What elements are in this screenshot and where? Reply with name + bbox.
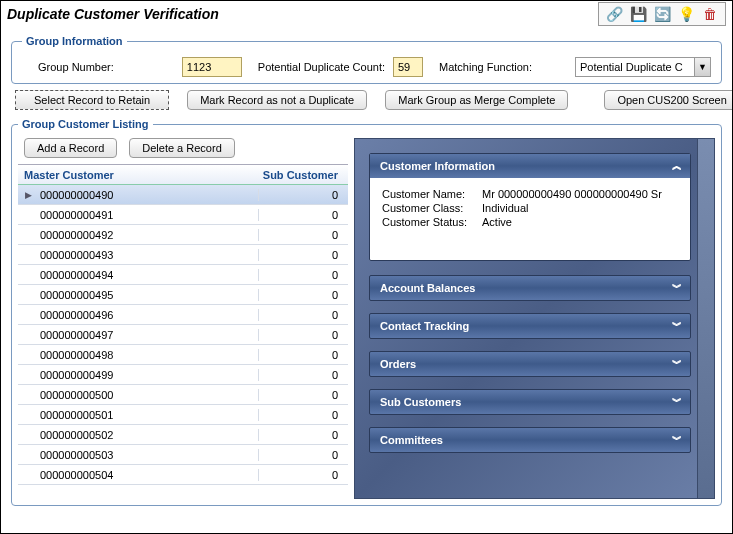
mark-merge-complete-button[interactable]: Mark Group as Merge Complete	[385, 90, 568, 110]
table-row[interactable]: 0000000005040	[18, 465, 348, 485]
row-indicator-icon: ▶	[18, 190, 38, 200]
customer-information-panel: Customer Information ︽ Customer Name: Mr…	[369, 153, 691, 261]
customer-info-header[interactable]: Customer Information ︽	[370, 154, 690, 178]
save-icon[interactable]: 💾	[629, 5, 647, 23]
master-customer-cell: 000000000503	[38, 449, 258, 461]
mark-not-duplicate-button[interactable]: Mark Record as not a Duplicate	[187, 90, 367, 110]
table-row[interactable]: ▶0000000004900	[18, 185, 348, 205]
refresh-icon[interactable]: 🔄	[653, 5, 671, 23]
sub-customer-cell: 0	[258, 249, 348, 261]
sub-customer-cell: 0	[258, 289, 348, 301]
col-master-header[interactable]: Master Customer	[18, 169, 258, 181]
table-row[interactable]: 0000000005030	[18, 445, 348, 465]
col-sub-header[interactable]: Sub Customer	[258, 169, 348, 181]
sub-customer-cell: 0	[258, 349, 348, 361]
delete-record-button[interactable]: Delete a Record	[129, 138, 235, 158]
master-customer-cell: 000000000502	[38, 429, 258, 441]
chevron-up-icon: ︽	[672, 159, 680, 173]
committees-panel[interactable]: Committees ︾	[369, 427, 691, 453]
add-record-button[interactable]: Add a Record	[24, 138, 117, 158]
group-number-input[interactable]	[182, 57, 242, 77]
account-balances-panel[interactable]: Account Balances ︾	[369, 275, 691, 301]
master-customer-cell: 000000000500	[38, 389, 258, 401]
grid-rows: ▶000000000490000000000049100000000004920…	[18, 185, 348, 499]
sub-customer-cell: 0	[258, 269, 348, 281]
toolbar: 🔗 💾 🔄 💡 🗑	[598, 2, 726, 26]
customer-grid: Master Customer Sub Customer ▶0000000004…	[18, 164, 348, 499]
table-row[interactable]: 0000000004930	[18, 245, 348, 265]
table-row[interactable]: 0000000004920	[18, 225, 348, 245]
chevron-down-icon: ︾	[672, 319, 680, 333]
chevron-down-icon: ︾	[672, 281, 680, 295]
select-record-retain-button[interactable]: Select Record to Retain	[15, 90, 169, 110]
chevron-down-icon: ︾	[672, 357, 680, 371]
sub-customer-cell: 0	[258, 389, 348, 401]
customer-info-title: Customer Information	[380, 160, 495, 172]
sub-customer-cell: 0	[258, 229, 348, 241]
master-customer-cell: 000000000493	[38, 249, 258, 261]
group-info-legend: Group Information	[22, 35, 127, 47]
detail-scrollbar[interactable]	[697, 139, 714, 498]
table-row[interactable]: 0000000004940	[18, 265, 348, 285]
detail-pane: Customer Information ︽ Customer Name: Mr…	[354, 138, 715, 499]
sub-customer-cell: 0	[258, 209, 348, 221]
group-info-row: Group Number: Potential Duplicate Count:…	[22, 57, 711, 77]
sub-customer-cell: 0	[258, 309, 348, 321]
sub-customer-cell: 0	[258, 409, 348, 421]
sub-customers-label: Sub Customers	[380, 396, 461, 408]
master-customer-cell: 000000000499	[38, 369, 258, 381]
customer-info-body: Customer Name: Mr 000000000490 000000000…	[370, 178, 690, 260]
group-customer-listing-fieldset: Group Customer Listing Add a Record Dele…	[11, 118, 722, 506]
table-row[interactable]: 0000000004910	[18, 205, 348, 225]
sub-customer-cell: 0	[258, 369, 348, 381]
delete-icon[interactable]: 🗑	[701, 5, 719, 23]
master-customer-cell: 000000000498	[38, 349, 258, 361]
table-row[interactable]: 0000000004980	[18, 345, 348, 365]
chevron-down-icon[interactable]: ▼	[694, 58, 710, 76]
cust-class-label: Customer Class:	[382, 202, 482, 214]
open-cus200-button[interactable]: Open CUS200 Screen	[604, 90, 733, 110]
table-row[interactable]: 0000000004970	[18, 325, 348, 345]
committees-label: Committees	[380, 434, 443, 446]
titlebar: Duplicate Customer Verification 🔗 💾 🔄 💡 …	[1, 1, 732, 27]
matching-fn-value[interactable]	[576, 58, 694, 76]
account-balances-label: Account Balances	[380, 282, 475, 294]
app-window: Duplicate Customer Verification 🔗 💾 🔄 💡 …	[0, 0, 733, 534]
actions-row: Select Record to Retain Mark Record as n…	[1, 90, 732, 114]
table-row[interactable]: 0000000005000	[18, 385, 348, 405]
chevron-down-icon: ︾	[672, 433, 680, 447]
master-customer-cell: 000000000492	[38, 229, 258, 241]
chevron-down-icon: ︾	[672, 395, 680, 409]
master-customer-cell: 000000000497	[38, 329, 258, 341]
link-icon[interactable]: 🔗	[605, 5, 623, 23]
dup-count-label: Potential Duplicate Count:	[258, 61, 385, 73]
master-customer-cell: 000000000494	[38, 269, 258, 281]
table-row[interactable]: 0000000005010	[18, 405, 348, 425]
matching-fn-select[interactable]: ▼	[575, 57, 711, 77]
orders-panel[interactable]: Orders ︾	[369, 351, 691, 377]
cust-class-value: Individual	[482, 202, 528, 214]
orders-label: Orders	[380, 358, 416, 370]
master-customer-cell: 000000000501	[38, 409, 258, 421]
cust-status-value: Active	[482, 216, 512, 228]
contact-tracking-label: Contact Tracking	[380, 320, 469, 332]
table-row[interactable]: 0000000004990	[18, 365, 348, 385]
sub-customer-cell: 0	[258, 329, 348, 341]
cust-name-label: Customer Name:	[382, 188, 482, 200]
listing-left-pane: Add a Record Delete a Record Master Cust…	[18, 138, 348, 499]
table-row[interactable]: 0000000004960	[18, 305, 348, 325]
master-customer-cell: 000000000504	[38, 469, 258, 481]
dup-count-input[interactable]	[393, 57, 423, 77]
table-row[interactable]: 0000000004950	[18, 285, 348, 305]
page-title: Duplicate Customer Verification	[7, 6, 219, 22]
cust-status-label: Customer Status:	[382, 216, 482, 228]
sub-customer-cell: 0	[258, 429, 348, 441]
master-customer-cell: 000000000496	[38, 309, 258, 321]
help-icon[interactable]: 💡	[677, 5, 695, 23]
master-customer-cell: 000000000495	[38, 289, 258, 301]
sub-customer-cell: 0	[258, 469, 348, 481]
sub-customers-panel[interactable]: Sub Customers ︾	[369, 389, 691, 415]
table-row[interactable]: 0000000005020	[18, 425, 348, 445]
listing-legend: Group Customer Listing	[18, 118, 153, 130]
contact-tracking-panel[interactable]: Contact Tracking ︾	[369, 313, 691, 339]
